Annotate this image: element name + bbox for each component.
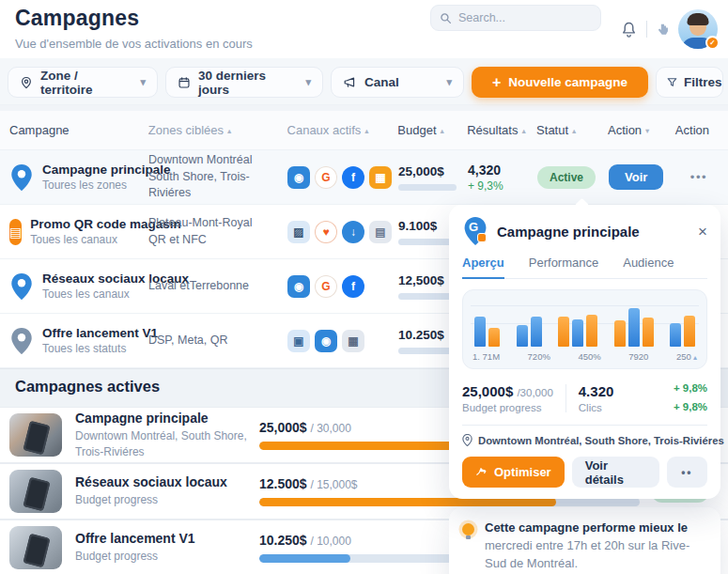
channels-cell: ▨♥↓▤ [287,221,398,243]
chart-bar [517,325,528,347]
active-item-name: Campagne principale [75,411,259,426]
zones-cell: Plateau-Mont-Royal QR et NFC [148,215,287,248]
table-row-campagne-principale[interactable]: Campagne principale Toures les zones Dow… [0,150,728,205]
tab-performance[interactable]: Performance [529,256,598,278]
chart-bar [643,318,654,347]
panel-bar-chart [471,298,699,347]
notifications-bell-icon[interactable] [620,21,638,39]
chart-label: 250 ▴ [676,351,697,362]
facebook-icon: f [342,275,364,298]
chart-label: 720% [528,351,550,362]
panel-stats: 25,000$ /30,000 Budget progress 4.320 Cl… [462,380,707,416]
insight-card: Cette campagne performe mieux le mercred… [449,507,720,574]
zones-cell: Downtown Montréal South Shore, Trois-Riv… [148,152,287,202]
chevron-down-icon: ▾ [446,76,452,88]
wallet-icon: ▤ [369,221,392,243]
zone-filter-dropdown[interactable]: Zone / territoire ▾ [8,67,158,98]
col-header-budget[interactable]: Budget▴ [397,123,467,137]
period-filter-dropdown[interactable]: 30 derniers jours ▾ [165,67,323,98]
sort-desc-icon: ▾ [645,126,649,135]
chart-label: 7920 [628,351,648,362]
beacon-icon: ♥ [315,221,337,243]
avatar-hair [688,13,709,25]
channel-filter-label: Canal [364,75,399,89]
active-item-subtitle: Budget progress [75,549,259,564]
budget-progressbar [398,293,457,300]
view-button[interactable]: Voir [609,164,663,190]
chart-bar-group [614,298,654,347]
chart-bar [558,317,569,347]
new-campaign-button[interactable]: + Nouvelle campagne [472,67,648,98]
pointer-icon[interactable] [656,23,670,37]
chart-label: 1. 71M [472,351,500,362]
active-item-subtitle: Budget progress [75,492,259,507]
insight-text: Cette campagne performe mieux le mercred… [485,520,707,573]
tab-audience[interactable]: Audience [623,256,674,278]
panel-more-button[interactable]: •• [667,457,707,488]
results-delta: + 9,3% [468,179,537,193]
new-campaign-label: Nouvelle campagne [508,75,627,89]
geo-pin-icon: ◉ [315,330,337,352]
panel-location: Downtown Montréal, South Shore, Trois-Ri… [462,425,707,446]
budget-stat: 25,000$ /30,000 Budget progress [462,383,553,413]
search-box[interactable] [430,5,601,31]
panel-title: Campagne principale [497,224,640,240]
delta-stats: + 9,8% + 9,8% [674,380,707,416]
divider [565,384,566,412]
col-header-status[interactable]: Statut▴ [536,123,608,137]
campaign-thumbnail [9,526,62,569]
user-avatar[interactable]: ✓ [678,9,718,49]
tab-apercu[interactable]: Aperçu [462,256,504,279]
col-header-zones[interactable]: Zones ciblées▴ [148,123,287,137]
chart-bar-group [558,298,597,347]
budget-cell: 25,000$ [398,164,468,191]
download-icon: ↓ [342,221,364,243]
panel-actions: Optimiser Voir détails •• [462,457,707,488]
channel-filter-dropdown[interactable]: Canal ▾ [331,67,464,98]
status-badge: Active [537,166,596,189]
location-pin-icon [462,434,472,446]
chart-bar [474,317,486,347]
clicks-stat: 4.320 Clics [579,383,614,413]
filter-bar: Zone / territoire ▾ 30 derniers jours ▾ … [0,58,728,105]
search-icon [440,12,452,24]
period-filter-label: 30 derniers jours [198,69,298,97]
active-item-name: Offre lancement V1 [75,531,259,546]
channels-cell: ◉Gf [287,275,398,298]
campaign-pin-icon [9,327,34,355]
qr-orange-icon: ▦ [369,166,392,189]
table-header: Campagne Zones ciblées▴ Canaux actifs▴ B… [0,111,728,150]
scan-icon: ▣ [287,330,310,352]
chart-bar-group [474,298,500,347]
avatar-status-badge: ✓ [705,36,720,50]
sort-asc-icon: ▴ [521,126,525,135]
col-header-results[interactable]: Résultats▴ [467,123,536,137]
campaign-detail-panel: G Campagne principale × Aperçu Performan… [449,205,720,574]
chevron-down-icon: ▾ [305,76,311,88]
results-cell: 4,320 + 9,3% [468,163,537,193]
filters-button[interactable]: Filtres › [656,67,723,98]
optimize-button[interactable]: Optimiser [462,457,565,488]
campaign-subtitle: Toues les statuts [42,342,158,355]
campaigns-dashboard: Campagnes Vue d'ensemble de vos activati… [0,0,728,574]
col-header-channels[interactable]: Canaux actifs▴ [287,123,398,137]
view-details-button[interactable]: Voir détails [572,457,659,488]
row-more-button[interactable]: ••• [676,170,720,184]
geo-pin-icon: ◉ [287,275,310,298]
megaphone-icon [343,75,357,89]
chart-bar [614,320,626,347]
close-icon[interactable]: × [698,224,707,240]
campaign-pin-icon [9,272,34,301]
status-cell: Active [537,166,609,189]
col-header-action[interactable]: Action▾ [608,123,675,137]
chart-bar [488,328,500,347]
sort-asc-icon: ▴ [572,126,576,135]
page-title: Campagnes [15,6,139,31]
panel-tabs: Aperçu Performance Audience [462,256,707,279]
chart-bar-group [517,298,542,347]
qr-frame-icon: ▨ [287,221,310,243]
search-input[interactable] [458,11,592,24]
col-header-campaign[interactable]: Campagne [9,123,148,137]
panel-chart-labels: 1. 71M720%450%7920250 ▴ [471,347,699,362]
qr-campaign-icon: ▤ [9,219,22,245]
